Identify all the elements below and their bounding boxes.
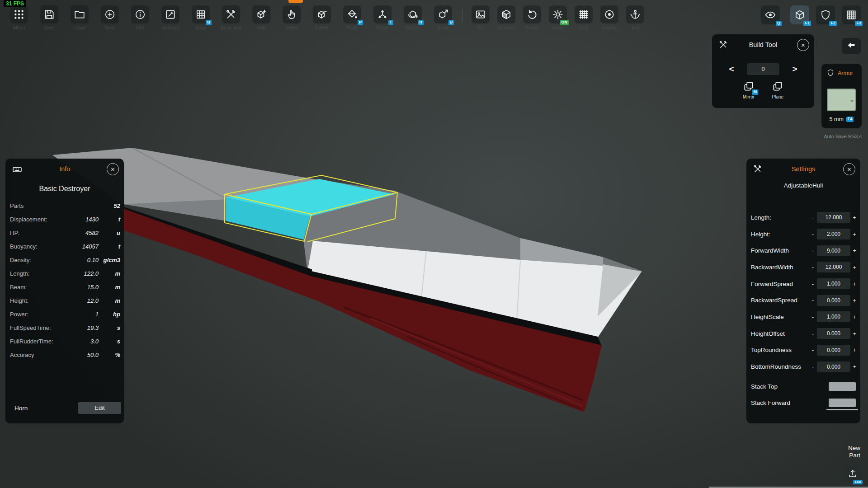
increase-button[interactable]: +	[851, 281, 858, 287]
back-button[interactable]	[842, 38, 861, 54]
tool-delete[interactable]: Delete	[313, 5, 331, 30]
setting-value[interactable]: 1.000	[817, 311, 850, 322]
save-button[interactable]	[40, 5, 58, 23]
decrease-button[interactable]: -	[810, 297, 816, 304]
info-row-accuracy: Accuracy50.0%	[5, 348, 124, 361]
decrease-button[interactable]: -	[810, 314, 816, 320]
setting-value[interactable]: 0.000	[817, 295, 850, 306]
tool-load[interactable]: Load	[71, 5, 89, 30]
stack-label: Stack Top	[751, 383, 829, 390]
select-button[interactable]	[283, 5, 301, 23]
tool-replay[interactable]: Replay	[600, 5, 618, 30]
build-index-nav: < 0 >	[712, 63, 814, 75]
mods-button[interactable]: ON	[549, 5, 567, 23]
replay-button[interactable]	[600, 5, 618, 23]
new-part-button[interactable]: TAB	[844, 466, 861, 483]
decrease-button[interactable]: -	[810, 231, 816, 238]
tool-new[interactable]: New	[101, 5, 119, 30]
decrease-button[interactable]: -	[810, 247, 816, 254]
next-button[interactable]: >	[789, 64, 800, 74]
horn-edit-button[interactable]: Edit	[78, 402, 121, 414]
increase-button[interactable]: +	[851, 231, 858, 238]
paint-button[interactable]: P	[343, 5, 361, 23]
decrease-button[interactable]: -	[810, 281, 816, 287]
view-eye-button[interactable]: Q	[761, 5, 780, 24]
rotate-button[interactable]: R	[404, 5, 422, 23]
scale-button[interactable]: U	[434, 5, 452, 23]
tool-save[interactable]: Save	[40, 5, 58, 30]
tool-menu[interactable]: Menu	[10, 5, 28, 30]
tool-shadows[interactable]: Shadows	[497, 5, 515, 30]
view-grid4-button[interactable]: F3	[842, 5, 861, 24]
build-index-value[interactable]: 0	[747, 63, 779, 75]
setting-value[interactable]: 2.000	[817, 229, 850, 239]
settings-button[interactable]	[161, 5, 179, 23]
tool-mods[interactable]: ONMods	[549, 5, 567, 30]
tool-select[interactable]: Select	[283, 5, 301, 30]
tool-rotate[interactable]: RRotate	[404, 5, 422, 30]
tool-move[interactable]: TMove	[373, 5, 392, 30]
shadows-button[interactable]	[497, 5, 515, 23]
tool-test[interactable]: Test	[626, 5, 644, 30]
build-tool-button[interactable]	[222, 5, 240, 23]
delete-button[interactable]	[313, 5, 331, 23]
increase-button[interactable]: +	[851, 314, 858, 320]
tool-info[interactable]: Info	[131, 5, 149, 30]
prev-button[interactable]: <	[726, 64, 737, 74]
decrease-button[interactable]: -	[810, 347, 816, 353]
menu-button[interactable]	[10, 5, 28, 23]
setting-value[interactable]: 12.000	[817, 212, 850, 223]
rotate-button[interactable]	[523, 5, 541, 23]
tool-paint[interactable]: PPaint	[343, 5, 361, 30]
decrease-button[interactable]: -	[810, 214, 816, 221]
armor-material-swatch[interactable]	[827, 89, 856, 111]
add-button[interactable]	[252, 5, 270, 23]
increase-button[interactable]: +	[851, 247, 858, 254]
move-button[interactable]: T	[373, 5, 392, 23]
setting-value[interactable]: 1.000	[817, 278, 850, 289]
setting-value[interactable]: 9.000	[817, 245, 850, 256]
info-button[interactable]	[131, 5, 149, 23]
setting-value[interactable]: 0.000	[817, 361, 850, 372]
stack-forward-button[interactable]	[829, 399, 856, 407]
increase-button[interactable]: +	[851, 297, 858, 304]
setting-value[interactable]: 12.000	[817, 262, 850, 272]
decrease-button[interactable]: -	[810, 363, 816, 370]
setting-value[interactable]: 0.000	[817, 345, 850, 356]
test-button[interactable]	[626, 5, 644, 23]
tool-add[interactable]: Add	[252, 5, 270, 30]
view-cube-button[interactable]: F1	[790, 5, 809, 24]
bg-button[interactable]	[472, 5, 490, 23]
mirror-button[interactable]: M Mirror	[743, 80, 755, 99]
increase-button[interactable]: +	[851, 330, 858, 337]
autosave-status: Auto Save 9:53 s	[824, 134, 862, 139]
grid-button[interactable]	[575, 5, 593, 23]
increase-button[interactable]: +	[851, 363, 858, 370]
setting-label: TopRoundness	[751, 347, 810, 353]
close-icon[interactable]: ×	[797, 39, 809, 51]
setting-value[interactable]: 0.000	[817, 328, 850, 339]
tool-settings[interactable]: Settings	[161, 5, 179, 30]
tool-snap[interactable]: GSnap	[192, 5, 210, 30]
decrease-button[interactable]: -	[810, 330, 816, 337]
increase-button[interactable]: +	[851, 264, 858, 271]
plane-button[interactable]: Plane	[772, 80, 783, 99]
tool-rotate[interactable]: Rotate	[523, 5, 541, 30]
new-button[interactable]	[101, 5, 119, 23]
stack-top-button[interactable]	[829, 382, 856, 391]
tool-scale[interactable]: UScale	[434, 5, 452, 30]
increase-button[interactable]: +	[851, 347, 858, 353]
bow-face[interactable]	[598, 264, 642, 316]
shortcut-badge: ON	[560, 20, 569, 25]
tool-grid[interactable]: Grid	[575, 5, 593, 30]
close-icon[interactable]: ×	[107, 163, 119, 175]
view-shield-button[interactable]: F2	[816, 5, 835, 24]
increase-button[interactable]: +	[851, 214, 858, 221]
snap-button[interactable]: G	[192, 5, 210, 23]
tool-build-tool[interactable]: Build Tool	[222, 5, 240, 30]
load-button[interactable]	[71, 5, 89, 23]
close-icon[interactable]: ×	[843, 163, 855, 175]
stat-label: HP:	[10, 230, 64, 236]
decrease-button[interactable]: -	[810, 264, 816, 271]
tool-bg[interactable]: BG	[472, 5, 490, 30]
